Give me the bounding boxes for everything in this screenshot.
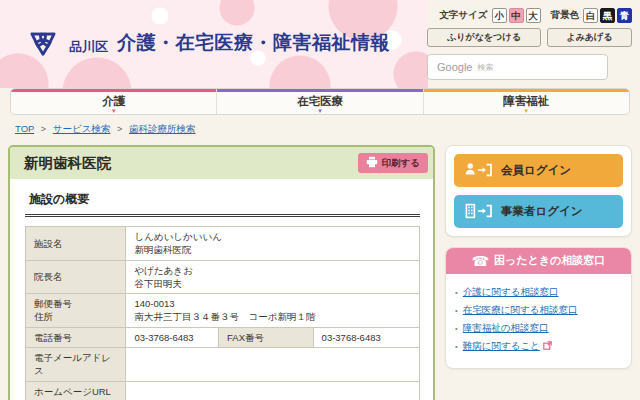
tab-shogai-fukushi[interactable]: 障害福祉 ▼	[423, 89, 629, 114]
breadcrumb-dental-search[interactable]: 歯科診療所検索	[129, 123, 196, 134]
street-value: 南大井三丁目３４番３号 コーポ新明１階	[134, 311, 315, 322]
font-size-small-button[interactable]: 小	[492, 8, 507, 23]
address-value: 140-0013 南大井三丁目３４番３号 コーポ新明１階	[126, 294, 420, 328]
chevron-down-icon: ▼	[11, 109, 216, 114]
site-logo-title[interactable]: 品川区 介護・在宅医療・障害福祉情報	[26, 24, 390, 62]
category-tabs: 介護 ▼ 在宅医療 ▼ 障害福祉 ▼	[10, 88, 630, 115]
link-kaigo-consultation[interactable]: 介護に関する相談窓口	[463, 286, 559, 299]
email-label: 電子メールアドレス	[26, 348, 126, 382]
tab-kaigo-label: 介護	[102, 95, 125, 107]
facility-titlebar: 新明歯科医院 印刷する	[10, 147, 433, 179]
furigana-button[interactable]: ふりがなをつける	[427, 28, 541, 47]
list-item: 障害福祉の相談窓口	[455, 322, 623, 335]
address-label: 郵便番号 住所	[26, 294, 126, 328]
facility-name-value: しんめいしかいいん 新明歯科医院	[126, 227, 420, 261]
brand-title: 介護・在宅医療・障害福祉情報	[117, 30, 390, 56]
consultation-card: ☎ 困ったときの相談窓口 介護に関する相談窓口 在宅医療に関する相談窓口 障害福…	[445, 247, 632, 369]
section-title: 施設の概要	[25, 188, 420, 217]
list-item: 在宅医療に関する相談窓口	[455, 304, 623, 317]
content-row: 新明歯科医院 印刷する 施設の概要 施設名 し	[8, 145, 632, 400]
font-size-large-button[interactable]: 大	[526, 8, 541, 23]
table-row-address: 郵便番号 住所 140-0013 南大井三丁目３４番３号 コーポ新明１階	[26, 294, 420, 328]
breadcrumb-separator: >	[41, 124, 46, 134]
phone-label: 電話番号	[26, 327, 126, 347]
external-link-icon	[543, 341, 552, 352]
facility-detail-table: 施設名 しんめいしかいいん 新明歯科医院 院長名 やげたあきお 谷下田明夫 郵	[25, 226, 420, 400]
brand-ward: 品川区	[69, 38, 108, 56]
homepage-value	[126, 381, 420, 400]
tab-zaitaku-iryo[interactable]: 在宅医療 ▼	[216, 89, 422, 114]
display-options-row: 文字サイズ 小 中 大 背景色 白 黒 青	[427, 8, 632, 23]
fax-label: FAX番号	[219, 327, 314, 347]
chevron-down-icon: ▼	[424, 109, 629, 114]
director-name: 谷下田明夫	[134, 278, 182, 289]
breadcrumb-service-search[interactable]: サービス検索	[53, 123, 111, 134]
search-placeholder: 検索	[477, 62, 493, 73]
table-row-director: 院長名 やげたあきお 谷下田明夫	[26, 260, 420, 294]
facility-detail-panel: 新明歯科医院 印刷する 施設の概要 施設名 し	[8, 145, 435, 400]
table-row-facility-name: 施設名 しんめいしかいいん 新明歯科医院	[26, 227, 420, 261]
phone-value: 03-3768-6483	[126, 327, 219, 347]
telephone-icon: ☎	[472, 255, 489, 267]
read-aloud-button[interactable]: よみあげる	[547, 28, 632, 47]
print-button-label: 印刷する	[382, 157, 420, 170]
breadcrumb-separator: >	[117, 124, 122, 134]
tab-kaigo[interactable]: 介護 ▼	[11, 89, 216, 114]
sidebar: 会員ログイン 事業者ロ	[445, 145, 632, 369]
director-value: やげたあきお 谷下田明夫	[126, 260, 420, 294]
link-shogai-consultation[interactable]: 障害福祉の相談窓口	[463, 322, 549, 335]
tab-shogai-label: 障害福祉	[503, 95, 549, 107]
consultation-link-list: 介護に関する相談窓口 在宅医療に関する相談窓口 障害福祉の相談窓口 難病に関する…	[446, 274, 631, 368]
homepage-label: ホームページURL	[26, 381, 126, 400]
tab-zaitaku-label: 在宅医療	[297, 95, 343, 107]
bg-white-button[interactable]: 白	[583, 8, 598, 23]
shinagawa-emblem-icon	[26, 24, 60, 62]
list-item: 介護に関する相談窓口	[455, 286, 623, 299]
facility-name-label: 施設名	[26, 227, 126, 261]
director-furigana: やげたあきお	[134, 265, 192, 276]
login-card: 会員ログイン 事業者ロ	[445, 145, 632, 237]
page-title: 新明歯科医院	[24, 154, 111, 173]
member-login-label: 会員ログイン	[501, 163, 571, 178]
consultation-title: 困ったときの相談窓口	[494, 253, 605, 268]
google-search-input[interactable]: Google 検索	[427, 54, 608, 80]
fax-value: 03-3768-6483	[313, 327, 419, 347]
site-header: 品川区 介護・在宅医療・障害福祉情報 文字サイズ 小 中 大 背景色 白 黒 青…	[0, 0, 640, 88]
table-row-email: 電子メールアドレス	[26, 348, 420, 382]
street-label: 住所	[34, 311, 53, 322]
facility-furigana: しんめいしかいいん	[134, 231, 222, 242]
email-value	[126, 348, 420, 382]
table-row-phone-fax: 電話番号 03-3768-6483 FAX番号 03-3768-6483	[26, 327, 420, 347]
postal-label: 郵便番号	[34, 298, 72, 309]
business-login-button[interactable]: 事業者ログイン	[454, 195, 623, 228]
bg-black-button[interactable]: 黒	[600, 8, 615, 23]
building-login-icon	[465, 203, 492, 221]
bg-blue-button[interactable]: 青	[617, 8, 632, 23]
accessibility-controls: 文字サイズ 小 中 大 背景色 白 黒 青 ふりがなをつける よみあげる Goo…	[427, 8, 632, 80]
breadcrumb-top[interactable]: TOP	[15, 123, 34, 134]
bg-color-label: 背景色	[551, 9, 580, 22]
consultation-header: ☎ 困ったときの相談窓口	[446, 248, 631, 274]
assist-buttons-row: ふりがなをつける よみあげる	[427, 28, 632, 47]
google-logo-text: Google	[437, 61, 472, 73]
director-label: 院長名	[26, 260, 126, 294]
link-nanbyo[interactable]: 難病に関すること	[463, 340, 540, 353]
chevron-down-icon: ▼	[217, 109, 422, 114]
font-size-label: 文字サイズ	[439, 9, 487, 22]
breadcrumb: TOP > サービス検索 > 歯科診療所検索	[0, 115, 640, 143]
printer-icon	[366, 156, 378, 170]
business-login-label: 事業者ログイン	[501, 204, 583, 219]
table-row-homepage: ホームページURL	[26, 381, 420, 400]
link-zaitaku-consultation[interactable]: 在宅医療に関する相談窓口	[463, 304, 578, 317]
postal-value: 140-0013	[134, 298, 174, 309]
facility-detail-body: 施設の概要 施設名 しんめいしかいいん 新明歯科医院 院長名 やげたあきお 谷下…	[10, 179, 433, 400]
person-login-icon	[465, 162, 492, 180]
font-size-medium-button[interactable]: 中	[509, 8, 524, 23]
list-item: 難病に関すること	[455, 340, 623, 353]
member-login-button[interactable]: 会員ログイン	[454, 154, 623, 187]
facility-name: 新明歯科医院	[134, 244, 191, 255]
print-button[interactable]: 印刷する	[358, 153, 428, 173]
